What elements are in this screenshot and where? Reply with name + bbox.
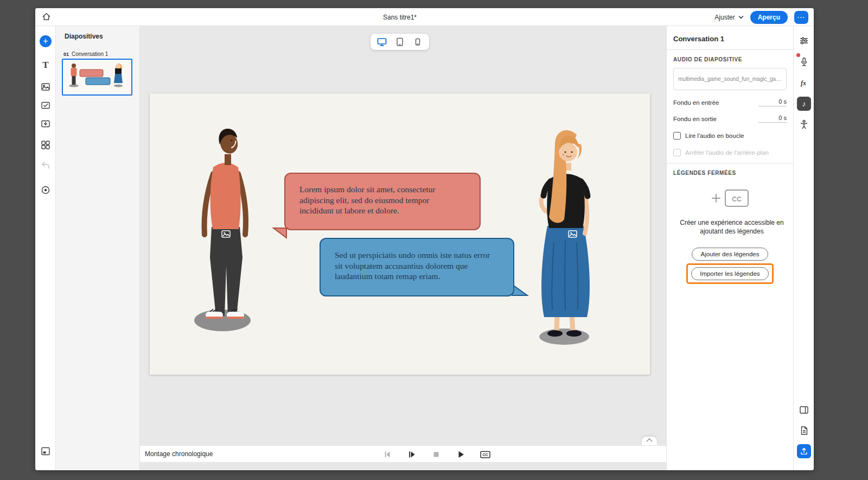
divider	[667, 163, 793, 163]
svg-text:fx: fx	[801, 79, 806, 87]
slide-audio-field[interactable]: multimedia_game_sound_fun_magic_game_g..…	[673, 68, 787, 90]
components-tool-button[interactable]	[35, 140, 56, 150]
text-icon: T	[42, 60, 48, 71]
svg-text:CC: CC	[732, 195, 742, 203]
plus-icon	[712, 194, 720, 202]
properties-title: Conversation 1	[673, 35, 787, 43]
share-button[interactable]	[794, 444, 814, 458]
speech-bubble-blue[interactable]: Sed ut perspiciatis undo omnis iste natu…	[320, 238, 514, 296]
slide-check-icon	[40, 100, 51, 111]
slide-check-tool-button[interactable]	[35, 100, 56, 111]
phone-device-button[interactable]	[412, 36, 423, 47]
slides-panel-header: Diapositives	[65, 33, 103, 40]
reply-arrow-icon	[40, 160, 51, 171]
audio-panel-selected: ♪	[797, 97, 811, 111]
import-slide-tool-button[interactable]	[35, 118, 56, 129]
divider	[667, 49, 793, 50]
zoom-fit-label: Ajuster	[714, 14, 735, 21]
more-options-button[interactable]: ···	[794, 11, 808, 24]
layout-templates-button[interactable]	[35, 446, 56, 457]
properties-panel: Conversation 1 AUDIO DE DIAPOSITIVE mult…	[666, 26, 793, 470]
tablet-device-button[interactable]	[394, 36, 405, 47]
microphone-icon	[799, 56, 809, 70]
slide-canvas[interactable]: Lorem ipsum dolor sit amet, consectetur …	[150, 93, 650, 375]
top-bar: Sans titre1* Ajuster Aperçu ···	[35, 8, 814, 26]
desktop-device-button[interactable]	[376, 36, 387, 47]
right-icon-rail: fx ♪	[793, 26, 814, 470]
slide-thumbnail[interactable]	[62, 59, 132, 96]
audio-panel-button[interactable]: ♪	[794, 97, 814, 111]
left-tool-rail: + T	[35, 26, 56, 470]
fade-out-label: Fondu en sortie	[673, 116, 717, 122]
timeline-label: Montage chronologique	[145, 450, 213, 458]
closed-captions-button[interactable]: CC	[480, 449, 491, 460]
music-note-icon: ♪	[802, 99, 806, 108]
home-button[interactable]	[41, 12, 52, 23]
play-button[interactable]	[455, 449, 466, 460]
record-tool-button[interactable]	[35, 185, 56, 195]
slide-import-icon	[40, 118, 51, 129]
step-forward-button[interactable]	[406, 449, 417, 460]
add-captions-button[interactable]: Ajouter des légendes	[692, 248, 768, 261]
notes-panel-button[interactable]	[794, 425, 814, 438]
highlight-annotation: Importer les légendes	[686, 263, 774, 284]
panel-layout-button[interactable]	[794, 405, 814, 418]
fade-out-input[interactable]: 0 s	[758, 115, 787, 123]
share-upload-icon	[797, 444, 811, 458]
slide-list-item-label: 01 Conversation 1	[63, 51, 108, 57]
chevron-down-icon	[738, 14, 744, 21]
loop-audio-label: Lire l'audio en boucle	[685, 132, 744, 139]
properties-inspector-button[interactable]	[794, 35, 814, 48]
captions-section-header: LÉGENDES FERMÉES	[673, 170, 787, 176]
stop-background-audio-checkbox-row: Arrêter l'audio de l'arrière-plan	[673, 149, 787, 156]
ellipsis-icon: ···	[797, 14, 805, 21]
speech-bubble-red[interactable]: Lorem ipsum dolor sit amet, consectetur …	[284, 173, 481, 230]
text-tool-button[interactable]: T	[35, 60, 56, 71]
stop-button[interactable]	[431, 449, 442, 460]
skip-back-button[interactable]	[382, 449, 393, 460]
record-icon	[40, 185, 51, 195]
accessibility-icon	[799, 119, 809, 132]
topbar-actions: Ajuster Aperçu ···	[714, 8, 808, 26]
slides-panel: Diapositives 01 Conversation 1	[56, 26, 140, 470]
device-preview-toggle	[371, 34, 429, 50]
svg-text:CC: CC	[482, 453, 488, 457]
blue-bubble-tail	[512, 285, 527, 295]
chevron-up-icon	[646, 438, 652, 444]
image-icon	[40, 81, 51, 92]
fade-in-input[interactable]: 0 s	[758, 98, 787, 106]
captions-description: Créer une expérience accessible en ajout…	[673, 218, 790, 236]
red-bubble-tail	[273, 228, 286, 238]
sliders-icon	[799, 35, 809, 48]
loop-audio-checkbox[interactable]	[673, 132, 681, 140]
character-left	[194, 127, 251, 331]
accessibility-panel-button[interactable]	[794, 119, 814, 132]
fade-in-row: Fondu en entrée 0 s	[673, 98, 787, 106]
add-slide-button[interactable]: +	[35, 35, 56, 47]
loop-audio-checkbox-row[interactable]: Lire l'audio en boucle	[673, 132, 787, 140]
document-icon	[799, 425, 809, 438]
undo-history-button[interactable]	[35, 160, 56, 171]
timeline-bar: Montage chronologique CC	[140, 445, 666, 463]
preview-button[interactable]: Aperçu	[750, 11, 788, 24]
zoom-fit-dropdown[interactable]: Ajuster	[714, 14, 743, 21]
slide-number: 01	[63, 52, 69, 57]
panel-icon	[799, 405, 809, 418]
media-tool-button[interactable]	[35, 81, 56, 92]
captions-illustration: CC	[673, 186, 787, 212]
layout-icon	[40, 446, 51, 457]
slide-illustration	[150, 93, 650, 375]
slide-name: Conversation 1	[72, 51, 108, 57]
stop-background-audio-checkbox	[673, 149, 681, 156]
blocks-icon	[40, 140, 51, 150]
effects-icon: fx	[799, 77, 809, 90]
effects-panel-button[interactable]: fx	[794, 77, 814, 90]
import-captions-button[interactable]: Importer les légendes	[691, 267, 769, 280]
main-stage: Lorem ipsum dolor sit amet, consectetur …	[140, 26, 666, 470]
app-body: + T	[35, 26, 814, 470]
slide-thumbnail-art	[63, 60, 131, 94]
plus-icon: +	[40, 35, 52, 47]
voice-panel-button[interactable]	[794, 56, 814, 70]
audio-section-header: AUDIO DE DIAPOSITIVE	[673, 56, 787, 62]
timeline-collapse-button[interactable]	[642, 437, 657, 445]
